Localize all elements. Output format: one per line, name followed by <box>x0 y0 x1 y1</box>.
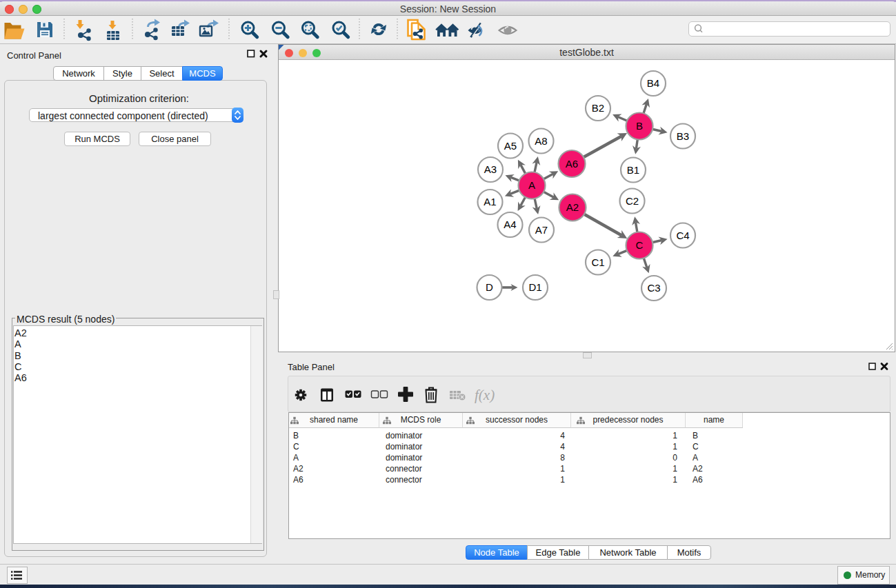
svg-text:C2: C2 <box>626 195 639 207</box>
svg-text:B3: B3 <box>677 130 689 142</box>
svg-text:A2: A2 <box>566 201 579 213</box>
svg-text:C4: C4 <box>676 230 689 241</box>
svg-text:D: D <box>486 281 493 293</box>
svg-text:A6: A6 <box>566 158 578 170</box>
svg-text:B2: B2 <box>592 102 604 114</box>
svg-text:C: C <box>636 239 644 251</box>
svg-text:B1: B1 <box>627 164 639 176</box>
svg-text:C3: C3 <box>647 282 660 294</box>
svg-text:A: A <box>528 179 535 191</box>
svg-text:f(x): f(x) <box>475 387 495 403</box>
svg-text:A5: A5 <box>504 140 517 152</box>
svg-text:A8: A8 <box>535 135 547 147</box>
svg-text:A3: A3 <box>484 163 497 175</box>
svg-text:B: B <box>636 120 643 132</box>
svg-text:C1: C1 <box>591 256 604 268</box>
svg-text:B4: B4 <box>647 77 659 89</box>
svg-text:A1: A1 <box>484 196 496 207</box>
svg-text:A4: A4 <box>504 219 516 230</box>
svg-text:D1: D1 <box>528 281 541 293</box>
svg-text:A7: A7 <box>535 224 548 236</box>
